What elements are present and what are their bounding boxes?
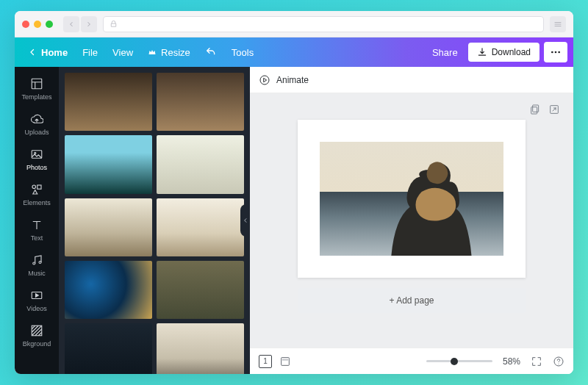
videos-icon [30, 289, 43, 302]
svg-rect-17 [282, 359, 288, 360]
file-menu[interactable]: File [75, 37, 105, 67]
photo-thumb[interactable] [157, 261, 244, 319]
rail-background-label: Bkground [23, 340, 51, 348]
rail-text-label: Text [31, 234, 43, 242]
browser-menu-button[interactable] [550, 16, 566, 32]
crown-icon [148, 48, 157, 57]
rail-templates[interactable]: Templates [15, 71, 59, 107]
rail-photos[interactable]: Photos [15, 142, 59, 177]
templates-icon [30, 77, 43, 90]
nav-forward-button[interactable] [81, 16, 97, 32]
background-icon [30, 324, 43, 337]
lock-icon [110, 20, 118, 28]
undo-icon [205, 46, 217, 58]
cloud-upload-icon [30, 112, 43, 126]
photos-icon [30, 148, 43, 161]
workspace: Templates Uploads Photos Elements Text M… [15, 67, 573, 374]
side-rail: Templates Uploads Photos Elements Text M… [15, 67, 59, 374]
maximize-window-button[interactable] [46, 21, 53, 28]
svg-point-12 [260, 76, 269, 84]
rail-elements[interactable]: Elements [15, 177, 59, 212]
svg-rect-7 [37, 185, 41, 189]
help-icon[interactable] [553, 356, 564, 367]
rail-videos-label: Videos [26, 305, 46, 312]
download-button[interactable]: Download [468, 43, 539, 62]
rail-music-label: Music [28, 270, 46, 277]
zoom-slider-knob[interactable] [451, 358, 458, 365]
close-window-button[interactable] [22, 21, 29, 28]
open-page-icon[interactable] [548, 104, 560, 115]
tools-menu[interactable]: Tools [224, 37, 261, 67]
rail-uploads-label: Uploads [24, 129, 49, 136]
svg-rect-3 [32, 79, 42, 89]
view-menu[interactable]: View [105, 37, 140, 67]
rail-music[interactable]: Music [15, 248, 59, 283]
home-label: Home [41, 47, 68, 58]
canvas-scroll[interactable]: + Add page [250, 93, 573, 348]
svg-rect-16 [282, 357, 290, 365]
home-button[interactable]: Home [21, 37, 75, 67]
rail-videos[interactable]: Videos [15, 283, 59, 318]
rail-background[interactable]: Bkground [15, 318, 59, 353]
url-bar[interactable] [103, 16, 544, 32]
photo-thumb[interactable] [65, 261, 152, 319]
canvas-page[interactable] [298, 120, 526, 278]
photo-thumb[interactable] [65, 323, 152, 374]
resize-menu[interactable]: Resize [140, 37, 198, 67]
view-label: View [112, 47, 133, 58]
rail-text[interactable]: Text [15, 212, 59, 248]
svg-point-1 [555, 51, 557, 54]
photo-grid [65, 73, 244, 374]
photo-thumb[interactable] [157, 73, 244, 131]
photo-thumb[interactable] [65, 135, 152, 193]
chevron-left-icon [243, 217, 248, 223]
nav-back-button[interactable] [63, 16, 79, 32]
duplicate-page-icon[interactable] [529, 104, 541, 115]
page-count-button[interactable]: 1 [259, 355, 272, 368]
zoom-slider[interactable] [426, 360, 492, 362]
undo-button[interactable] [198, 37, 224, 67]
resize-label: Resize [161, 47, 190, 58]
rail-elements-label: Elements [23, 199, 51, 206]
collapse-panel-button[interactable] [240, 204, 250, 237]
text-icon [30, 218, 43, 231]
add-page-button[interactable]: + Add page [298, 288, 526, 313]
status-bar: 1 58% [250, 348, 573, 374]
grid-view-icon[interactable] [279, 356, 291, 367]
tools-label: Tools [232, 47, 254, 58]
svg-point-2 [558, 51, 560, 54]
rail-uploads[interactable]: Uploads [15, 107, 59, 142]
photo-thumb[interactable] [157, 323, 244, 374]
photo-thumb[interactable] [157, 198, 244, 256]
photo-thumb[interactable] [65, 198, 152, 256]
zoom-value[interactable]: 58% [503, 356, 520, 367]
share-label: Share [432, 47, 458, 58]
page-tools [529, 104, 560, 115]
traffic-lights [22, 21, 53, 28]
animate-button[interactable]: Animate [276, 75, 309, 85]
svg-point-9 [39, 262, 41, 264]
context-toolbar: Animate [250, 67, 573, 93]
share-button[interactable]: Share [422, 47, 468, 58]
person-silhouette [390, 154, 474, 256]
app-window: Home File View Resize Tools Share Downlo… [15, 11, 573, 374]
music-icon [30, 253, 43, 267]
placed-photo[interactable] [320, 142, 503, 256]
elements-icon [30, 183, 43, 196]
more-horizontal-icon [550, 46, 562, 58]
svg-point-6 [32, 185, 36, 189]
photo-thumb[interactable] [157, 135, 244, 193]
photo-thumb[interactable] [65, 73, 152, 131]
svg-rect-13 [533, 105, 539, 112]
app-toolbar: Home File View Resize Tools Share Downlo… [15, 37, 573, 67]
rail-photos-label: Photos [26, 164, 47, 171]
more-button[interactable] [544, 42, 567, 62]
canvas-stage: Animate [250, 67, 573, 374]
minimize-window-button[interactable] [34, 21, 41, 28]
svg-point-0 [551, 51, 553, 54]
fullscreen-icon[interactable] [531, 356, 542, 367]
rail-templates-label: Templates [21, 93, 51, 101]
svg-point-8 [33, 262, 35, 265]
chevron-left-icon [28, 48, 37, 57]
download-label: Download [492, 47, 531, 57]
